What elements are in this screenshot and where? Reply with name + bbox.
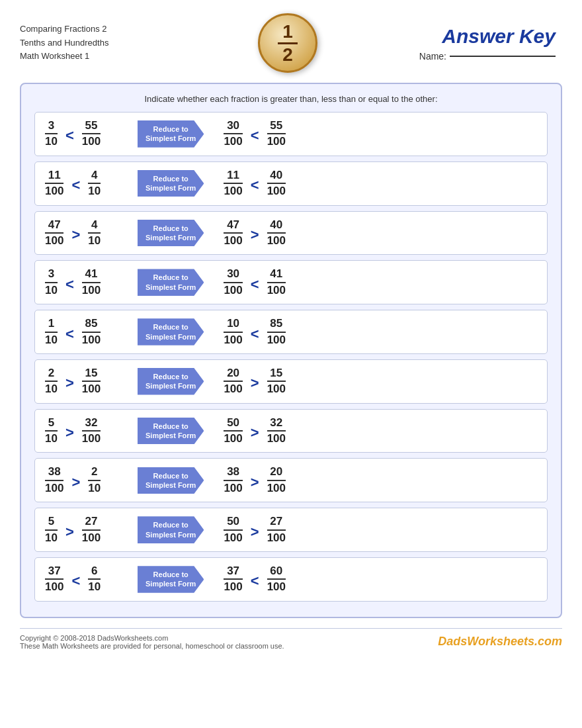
comparator-6: >	[65, 375, 74, 392]
result-left-fraction-5: 10 100	[224, 317, 242, 347]
result-left-fraction-8: 38 100	[224, 465, 242, 495]
reduce-arrow-2: Reduce toSimplest Form	[138, 170, 204, 197]
left-group-1: 3 10 < 55 100	[45, 119, 124, 149]
result-comparator-3: >	[251, 226, 259, 244]
problem-row-1: 3 10 < 55 100 Reduce toSimplest Form 3	[34, 112, 548, 156]
problem-row-4: 3 10 < 41 100 Reduce toSimplest Form 3	[34, 260, 548, 304]
reduce-arrow-7: Reduce toSimplest Form	[138, 418, 204, 445]
problem-row-3: 47 100 > 4 10 Reduce toSimplest Form 4	[34, 211, 548, 255]
result-right-fraction-1: 55 100	[267, 119, 286, 149]
result-left-fraction-4: 30 100	[224, 267, 242, 297]
reduce-arrow-5: Reduce toSimplest Form	[138, 318, 204, 345]
left-fraction-2: 11 100	[45, 169, 63, 199]
header-left: Comparing Fractions 2 Tenths and Hundred…	[20, 23, 248, 64]
left-fraction-4: 3 10	[45, 267, 58, 297]
arrow-section-4: Reduce toSimplest Form	[128, 269, 214, 296]
comparator-1: <	[65, 127, 74, 144]
result-right-fraction-4: 41 100	[267, 267, 286, 297]
footer-logo-text1: Dads	[438, 635, 467, 648]
left-group-10: 37 100 < 6 10	[45, 565, 124, 594]
arrow-section-8: Reduce toSimplest Form	[128, 467, 214, 494]
comparator-3: >	[71, 226, 80, 244]
arrow-section-3: Reduce toSimplest Form	[128, 220, 214, 247]
result-section-10: 37 100 < 60 100	[224, 565, 286, 594]
result-section-9: 50 100 > 27 100	[224, 515, 286, 545]
left-group-7: 5 10 > 32 100	[45, 416, 124, 446]
reduce-arrow-4: Reduce toSimplest Form	[138, 269, 204, 296]
fraction-logo: 1 2	[258, 13, 317, 73]
result-right-fraction-10: 60 100	[267, 565, 286, 594]
result-comparator-8: >	[251, 474, 259, 491]
arrow-section-5: Reduce toSimplest Form	[128, 318, 214, 345]
reduce-arrow-9: Reduce toSimplest Form	[138, 516, 204, 543]
footer-note: These Math Worksheets are provided for p…	[20, 642, 284, 650]
result-comparator-7: >	[251, 424, 259, 441]
result-comparator-4: <	[251, 276, 259, 293]
left-fraction-6: 2 10	[45, 367, 58, 396]
result-left-fraction-6: 20 100	[224, 367, 242, 396]
reduce-arrow-1: Reduce toSimplest Form	[138, 120, 204, 148]
footer-logo-suffix: .com	[534, 635, 562, 648]
arrow-section-9: Reduce toSimplest Form	[128, 516, 214, 543]
problem-row-10: 37 100 < 6 10 Reduce toSimplest Form 3	[34, 557, 548, 602]
name-label: Name:	[419, 51, 446, 62]
result-comparator-1: <	[251, 127, 259, 144]
right-fraction-3: 4 10	[88, 218, 101, 248]
result-section-5: 10 100 < 85 100	[224, 317, 286, 347]
result-comparator-5: <	[251, 326, 259, 343]
left-group-2: 11 100 < 4 10	[45, 169, 124, 199]
problem-row-9: 5 10 > 27 100 Reduce toSimplest Form 5	[34, 508, 548, 552]
right-fraction-2: 4 10	[88, 169, 101, 199]
result-right-fraction-5: 85 100	[267, 317, 286, 347]
logo-denominator: 2	[282, 46, 293, 64]
header-right: Answer Key Name:	[327, 25, 562, 62]
result-section-1: 30 100 < 55 100	[224, 119, 286, 149]
result-left-fraction-1: 30 100	[224, 119, 242, 149]
reduce-arrow-8: Reduce toSimplest Form	[138, 467, 204, 494]
right-fraction-7: 32 100	[82, 416, 101, 446]
right-fraction-10: 6 10	[88, 565, 101, 594]
result-right-fraction-6: 15 100	[267, 367, 286, 396]
problem-row-8: 38 100 > 2 10 Reduce toSimplest Form 3	[34, 458, 548, 502]
arrow-section-1: Reduce toSimplest Form	[128, 120, 214, 148]
left-group-9: 5 10 > 27 100	[45, 515, 124, 545]
left-fraction-8: 38 100	[45, 465, 63, 495]
right-fraction-9: 27 100	[82, 515, 101, 545]
answer-key-label: Answer Key	[442, 25, 556, 48]
header-center: 1 2	[248, 13, 327, 73]
result-left-fraction-10: 37 100	[224, 565, 242, 594]
comparator-10: <	[71, 572, 80, 590]
reduce-arrow-10: Reduce toSimplest Form	[138, 566, 204, 593]
comparator-8: >	[71, 474, 80, 491]
title-line1: Comparing Fractions 2	[20, 23, 248, 36]
reduce-arrow-3: Reduce toSimplest Form	[138, 220, 204, 247]
result-section-3: 47 100 > 40 100	[224, 218, 286, 248]
header: Comparing Fractions 2 Tenths and Hundred…	[20, 13, 562, 73]
result-right-fraction-7: 32 100	[267, 416, 286, 446]
problem-row-6: 2 10 > 15 100 Reduce toSimplest Form 2	[34, 359, 548, 404]
left-fraction-1: 3 10	[45, 119, 58, 149]
problem-row-7: 5 10 > 32 100 Reduce toSimplest Form 5	[34, 409, 548, 453]
problem-row-5: 1 10 < 85 100 Reduce toSimplest Form 1	[34, 310, 548, 354]
result-right-fraction-2: 40 100	[267, 169, 286, 199]
result-comparator-6: >	[251, 375, 259, 392]
left-group-5: 1 10 < 85 100	[45, 317, 124, 347]
left-fraction-10: 37 100	[45, 565, 63, 594]
title-line2: Tenths and Hundredths	[20, 36, 248, 50]
arrow-section-2: Reduce toSimplest Form	[128, 170, 214, 197]
left-fraction-5: 1 10	[45, 317, 58, 347]
result-comparator-2: <	[251, 177, 259, 194]
comparator-4: <	[65, 276, 74, 293]
title-line3: Math Worksheet 1	[20, 50, 248, 64]
right-fraction-6: 15 100	[82, 367, 101, 396]
result-right-fraction-3: 40 100	[267, 218, 286, 248]
footer-logo-text2: Worksheets	[467, 635, 534, 648]
footer-text: Copyright © 2008-2018 DadsWorksheets.com…	[20, 634, 284, 650]
arrow-section-7: Reduce toSimplest Form	[128, 418, 214, 445]
result-right-fraction-9: 27 100	[267, 515, 286, 545]
left-fraction-7: 5 10	[45, 416, 58, 446]
result-section-2: 11 100 < 40 100	[224, 169, 286, 199]
result-section-8: 38 100 > 20 100	[224, 465, 286, 495]
left-group-3: 47 100 > 4 10	[45, 218, 124, 248]
right-fraction-8: 2 10	[88, 465, 101, 495]
